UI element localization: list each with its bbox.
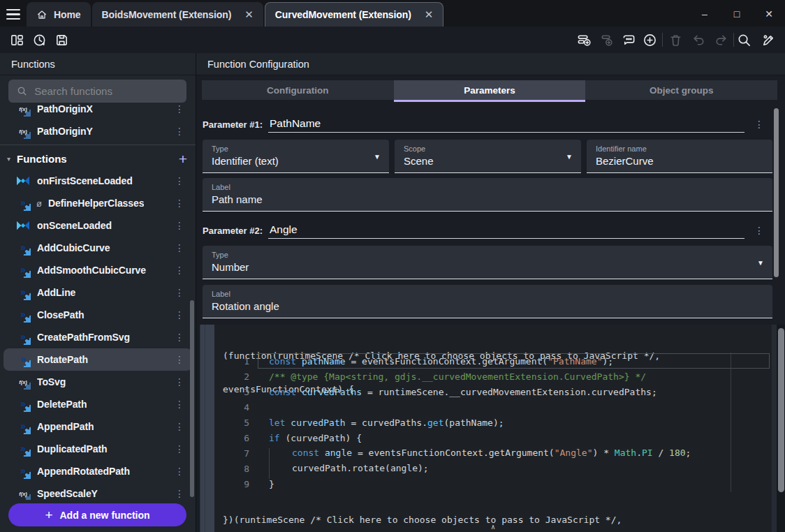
search-functions-box[interactable] <box>8 80 186 103</box>
save-icon[interactable] <box>53 31 70 48</box>
tab-configuration[interactable]: Configuration <box>202 80 394 100</box>
close-tab-icon[interactable]: ✕ <box>425 8 434 21</box>
function-item-DuplicatedPath[interactable]: »DuplicatedPath⋮ <box>0 438 196 460</box>
scope-field[interactable]: Scope Scene ▼ <box>395 140 581 173</box>
redo-icon[interactable] <box>712 31 729 48</box>
add-new-function-button[interactable]: + Add a new function <box>8 503 186 526</box>
undo-icon[interactable] <box>690 31 707 48</box>
function-item-PathOriginY[interactable]: f(x)PathOriginY⋮ <box>0 120 196 142</box>
code-line-9[interactable]: 9} <box>214 476 772 492</box>
code-footer-line[interactable]: })(runtimeScene /* Click here to choose … <box>223 515 772 526</box>
function-item-AddSmoothCubicCurve[interactable]: »AddSmoothCubicCurve⋮ <box>0 259 196 281</box>
page-scrollbar-thumb[interactable] <box>778 328 784 492</box>
kebab-menu-icon[interactable]: ⋮ <box>170 488 189 499</box>
function-item-AppendPath[interactable]: »AppendPath⋮ <box>0 415 196 438</box>
field-label: Label <box>212 183 764 191</box>
function-item-AppendRotatedPath[interactable]: »AppendRotatedPath⋮ <box>0 460 196 482</box>
hamburger-menu-icon[interactable] <box>0 2 27 27</box>
kebab-menu-icon[interactable]: ⋮ <box>170 466 189 477</box>
search-icon[interactable] <box>735 31 752 48</box>
project-manager-icon[interactable] <box>8 31 25 48</box>
kebab-menu-icon[interactable]: ⋮ <box>170 332 189 343</box>
sidebar-scrollbar[interactable] <box>190 300 194 497</box>
add-circle-icon[interactable] <box>641 31 658 48</box>
tab-boidsmovement[interactable]: BoidsMovement (Extension) ✕ <box>92 2 263 27</box>
function-item-CreatePathFromSvg[interactable]: »CreatePathFromSvg⋮ <box>0 326 196 348</box>
kebab-menu-icon[interactable]: ⋮ <box>170 287 189 298</box>
type-field[interactable]: Type Identifier (text) ▼ <box>203 140 389 173</box>
search-input[interactable] <box>34 85 178 97</box>
minimize-button[interactable]: – <box>689 2 721 27</box>
function-item-onSceneLoaded[interactable]: onSceneLoaded⋮ <box>0 214 196 237</box>
add-subevent-icon[interactable] <box>598 31 615 48</box>
event-drag-handle[interactable] <box>200 325 214 532</box>
parameter-number-label: Parameter #2: <box>203 226 263 239</box>
function-item-DefineHelperClasses[interactable]: »øDefineHelperClasses⋮ <box>0 192 196 214</box>
type-field[interactable]: Type Number ▼ <box>203 246 772 279</box>
kebab-menu-icon[interactable]: ⋮ <box>744 119 764 133</box>
code-line-8[interactable]: 8curvedPath.rotate(angle); <box>214 461 772 476</box>
collapse-triangle-icon[interactable]: ▾ <box>7 155 17 163</box>
parameters-scrollbar[interactable] <box>774 108 779 277</box>
add-function-plus-icon[interactable]: + <box>179 152 187 166</box>
events-sheet-gutter <box>772 325 777 532</box>
code-line-2[interactable]: 2/** @type {Map<string, gdjs.__curvedMov… <box>214 369 772 384</box>
parameter-name-input[interactable]: PathName <box>268 117 744 133</box>
function-item-DeletePath[interactable]: »DeletePath⋮ <box>0 393 196 415</box>
tab-object-groups[interactable]: Object groups <box>585 80 777 100</box>
trash-icon[interactable] <box>667 31 684 48</box>
function-item-label: PathOriginY <box>37 126 93 137</box>
code-token: const <box>269 356 296 367</box>
code-line-3[interactable]: 3const curvedPaths = runtimeScene.__curv… <box>214 384 772 399</box>
maximize-button[interactable]: □ <box>721 2 753 27</box>
kebab-menu-icon[interactable]: ⋮ <box>170 421 189 432</box>
code-line-4[interactable]: 4 <box>214 399 772 415</box>
function-item-RotatePath[interactable]: »RotatePath⋮ <box>3 348 192 371</box>
function-item-ClosePath[interactable]: »ClosePath⋮ <box>0 304 196 326</box>
functions-section-header[interactable]: ▾ Functions + <box>0 147 196 170</box>
tab-home[interactable]: Home <box>27 2 91 27</box>
kebab-menu-icon[interactable]: ⋮ <box>170 399 189 410</box>
function-item-onFirstSceneLoaded[interactable]: onFirstSceneLoaded⋮ <box>0 170 196 192</box>
kebab-menu-icon[interactable]: ⋮ <box>170 175 189 186</box>
kebab-menu-icon[interactable]: ⋮ <box>170 242 189 253</box>
function-item-SpeedScaleY[interactable]: f(x)SpeedScaleY⋮ <box>0 482 196 500</box>
code-token <box>296 356 302 367</box>
action-function-icon: » <box>15 441 31 457</box>
page-scrollbar-track[interactable] <box>777 325 785 532</box>
parameter-name-input[interactable]: Angle <box>268 223 744 239</box>
tab-curvedmovement[interactable]: CurvedMovement (Extension) ✕ <box>265 2 444 27</box>
close-tab-icon[interactable]: ✕ <box>244 8 254 21</box>
edit-scene-icon[interactable] <box>760 31 777 48</box>
tab-parameters[interactable]: Parameters <box>394 80 586 100</box>
label-field[interactable]: Label Rotation angle <box>203 285 772 318</box>
code-line-6[interactable]: 6if (curvedPath) { <box>214 430 772 445</box>
identifier-name-field[interactable]: Identifier name BezierCurve <box>587 140 772 173</box>
code-area[interactable]: (function(runtimeScene /* Click here to … <box>214 325 772 532</box>
kebab-menu-icon[interactable]: ⋮ <box>170 376 189 387</box>
history-icon[interactable] <box>31 31 47 48</box>
kebab-menu-icon[interactable]: ⋮ <box>744 225 764 239</box>
label-field[interactable]: Label Path name <box>203 178 772 212</box>
function-item-AddLine[interactable]: »AddLine⋮ <box>0 281 196 304</box>
add-event-icon[interactable] <box>575 31 592 48</box>
line-content: let curvedPath = curvedPaths.get(pathNam… <box>269 418 504 428</box>
kebab-menu-icon[interactable]: ⋮ <box>170 265 189 276</box>
kebab-menu-icon[interactable]: ⋮ <box>170 105 189 114</box>
close-window-button[interactable]: ✕ <box>753 2 785 27</box>
code-line-1[interactable]: 1const pathName = eventsFunctionContext.… <box>214 353 772 369</box>
code-line-7[interactable]: 7const angle = eventsFunctionContext.get… <box>214 445 772 461</box>
kebab-menu-icon[interactable]: ⋮ <box>170 126 189 137</box>
kebab-menu-icon[interactable]: ⋮ <box>170 220 189 231</box>
function-item-PathOriginX[interactable]: f(x)PathOriginX⋮ <box>0 105 196 120</box>
function-item-ToSvg[interactable]: f(x)ToSvg⋮ <box>0 371 196 393</box>
kebab-menu-icon[interactable]: ⋮ <box>170 198 189 209</box>
code-token: (curvedPath) { <box>280 433 362 443</box>
kebab-menu-icon[interactable]: ⋮ <box>170 309 189 320</box>
collapse-caret-icon[interactable]: ∧ <box>491 523 495 531</box>
code-line-5[interactable]: 5let curvedPath = curvedPaths.get(pathNa… <box>214 415 772 430</box>
kebab-menu-icon[interactable]: ⋮ <box>170 443 189 455</box>
add-comment-icon[interactable] <box>620 31 637 48</box>
kebab-menu-icon[interactable]: ⋮ <box>170 354 189 365</box>
function-item-AddCubicCurve[interactable]: »AddCubicCurve⋮ <box>0 237 196 259</box>
